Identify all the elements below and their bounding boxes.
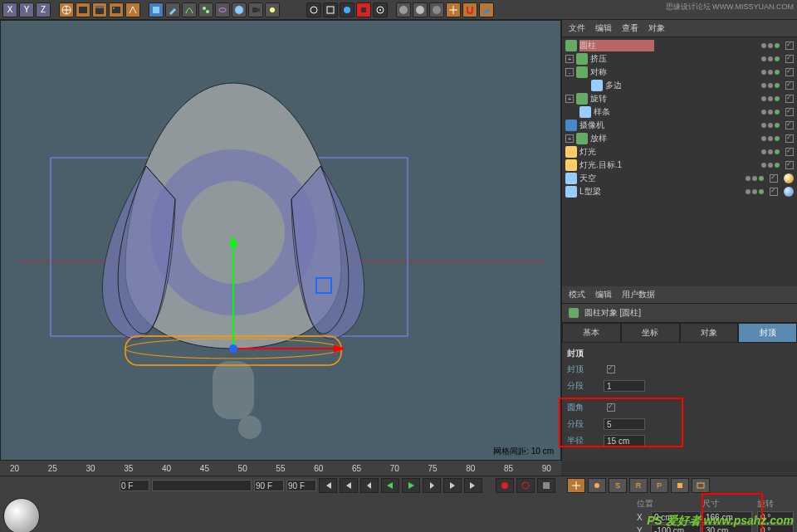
render-icon[interactable] [306, 2, 321, 17]
seg-input[interactable] [604, 380, 645, 392]
pos-key-icon[interactable] [588, 478, 606, 493]
fseg-input[interactable] [604, 418, 645, 430]
visibility-toggle[interactable] [770, 188, 778, 196]
visibility-toggle[interactable] [785, 161, 794, 169]
hierarchy-item[interactable]: 灯光 [565, 145, 794, 159]
menu-view[interactable]: 查看 [622, 22, 638, 34]
move-icon[interactable] [567, 478, 585, 493]
record-icon[interactable] [496, 478, 514, 493]
attr-userdata[interactable]: 用户数据 [622, 289, 655, 300]
pen-icon[interactable] [165, 2, 180, 17]
prev-key-icon[interactable] [340, 478, 358, 493]
menu-file[interactable]: 文件 [569, 22, 585, 34]
sky-icon[interactable] [232, 2, 247, 17]
tab-basic[interactable]: 基本 [562, 323, 621, 343]
visibility-toggle[interactable] [770, 174, 778, 183]
cap-checkbox[interactable] [607, 365, 615, 373]
seg-label: 分段 [567, 380, 600, 392]
film-icon[interactable] [76, 2, 90, 17]
goto-end-icon[interactable] [464, 478, 482, 493]
svg-marker-32 [334, 344, 345, 353]
hierarchy-item[interactable]: 圆柱 [565, 39, 794, 52]
autokey-icon[interactable] [516, 478, 535, 493]
visibility-toggle[interactable] [785, 134, 794, 143]
attr-mode[interactable]: 模式 [569, 289, 585, 300]
next-frame-icon[interactable] [423, 478, 441, 493]
param-key-icon[interactable]: P [650, 478, 668, 493]
play-icon[interactable] [402, 478, 420, 493]
magnet-icon[interactable] [462, 2, 477, 17]
hierarchy-item[interactable]: 样条 [565, 105, 794, 119]
hierarchy-item[interactable]: +旋转 [565, 92, 794, 105]
material-slot[interactable]: 材质.5 [0, 495, 50, 532]
visibility-toggle[interactable] [785, 108, 794, 116]
light-icon[interactable] [265, 2, 280, 17]
tab-coord[interactable]: 坐标 [621, 323, 680, 343]
key-sel-icon[interactable] [537, 478, 555, 493]
sphere3-icon[interactable] [429, 2, 444, 17]
visibility-toggle[interactable] [785, 55, 794, 63]
material-tag-icon[interactable] [784, 173, 794, 183]
tab-cap[interactable]: 封顶 [738, 323, 797, 343]
hierarchy-item[interactable]: 灯光.目标.1 [565, 159, 794, 172]
visibility-toggle[interactable] [785, 95, 794, 103]
clapper-icon[interactable] [92, 2, 107, 17]
tree-toggle-icon[interactable]: + [565, 95, 574, 103]
visibility-toggle[interactable] [785, 41, 794, 50]
tree-toggle-icon[interactable]: - [565, 68, 574, 76]
scale-key-icon[interactable]: S [609, 478, 627, 493]
material-tag-icon[interactable] [784, 187, 794, 197]
visibility-toggle[interactable] [785, 68, 794, 76]
nurbs-icon[interactable] [182, 2, 197, 17]
rot-key-icon[interactable]: R [629, 478, 648, 493]
axis-y-button[interactable]: Y [19, 2, 34, 17]
render-settings-icon[interactable] [373, 2, 388, 17]
play-back-icon[interactable] [381, 478, 399, 493]
deform-icon[interactable] [215, 2, 230, 17]
hud-icon[interactable] [692, 478, 710, 493]
radius-input[interactable] [604, 435, 645, 447]
array-icon[interactable] [198, 2, 213, 17]
plane-icon[interactable] [479, 2, 494, 17]
render-region-icon[interactable] [323, 2, 338, 17]
goto-start-icon[interactable] [319, 478, 337, 493]
fillet-checkbox[interactable] [607, 403, 615, 412]
globe-icon[interactable] [59, 2, 74, 17]
next-key-icon[interactable] [443, 478, 462, 493]
visibility-toggle[interactable] [785, 121, 794, 129]
snap-icon[interactable] [125, 2, 140, 17]
hierarchy-item[interactable]: +放样 [565, 132, 794, 145]
hierarchy-item[interactable]: -对称 [565, 66, 794, 79]
prev-frame-icon[interactable] [360, 478, 379, 493]
timeline-track[interactable] [152, 480, 252, 491]
timeline-start[interactable] [120, 480, 149, 491]
tree-toggle-icon[interactable]: + [565, 55, 574, 63]
axis-x-button[interactable]: X [2, 2, 17, 17]
render-active-icon[interactable] [340, 2, 354, 17]
visibility-toggle[interactable] [785, 81, 794, 90]
hierarchy-item[interactable]: 天空 [565, 172, 794, 185]
camera-icon[interactable] [248, 2, 263, 17]
timeline-cur[interactable] [254, 480, 284, 491]
timeline-end[interactable] [286, 480, 316, 491]
pla-key-icon[interactable] [671, 478, 689, 493]
hierarchy-item[interactable]: 多边 [565, 79, 794, 92]
cube-icon[interactable] [149, 2, 164, 17]
visibility-toggle[interactable] [785, 148, 794, 156]
render-pv-icon[interactable] [356, 2, 371, 17]
hierarchy-item[interactable]: +挤压 [565, 52, 794, 66]
attr-edit[interactable]: 编辑 [595, 289, 612, 300]
menu-object[interactable]: 对象 [648, 22, 665, 34]
3d-viewport[interactable]: 网格间距: 10 cm [0, 20, 561, 461]
object-hierarchy[interactable]: 圆柱+挤压-对称多边+旋转样条摄像机+放样灯光灯光.目标.1天空L型梁 [562, 37, 797, 286]
hierarchy-item[interactable]: 摄像机 [565, 119, 794, 132]
menu-edit[interactable]: 编辑 [595, 22, 612, 34]
sphere2-icon[interactable] [413, 2, 428, 17]
axis-z-button[interactable]: Z [36, 2, 51, 17]
axis-icon[interactable] [446, 2, 461, 17]
tree-toggle-icon[interactable]: + [565, 134, 574, 143]
hierarchy-item[interactable]: L型梁 [565, 185, 794, 198]
film2-icon[interactable] [109, 2, 124, 17]
sphere1-icon[interactable] [396, 2, 411, 17]
tab-object[interactable]: 对象 [680, 323, 739, 343]
